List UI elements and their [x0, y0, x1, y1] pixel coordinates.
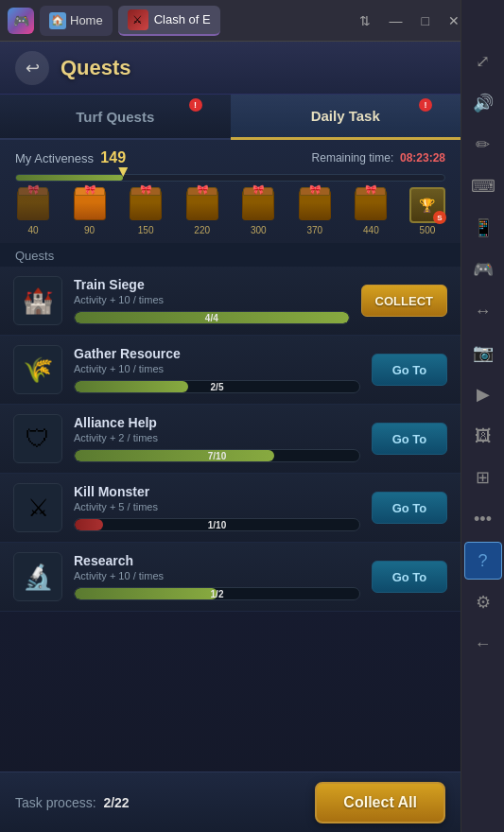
- main-content: ↩ Quests Turf Quests ! Daily Task ! My A…: [0, 42, 461, 832]
- chest-s-badge: S: [433, 211, 446, 224]
- back-button[interactable]: ↩: [15, 51, 49, 85]
- quest-progress-fill-gather-resource: [75, 381, 188, 392]
- reward-item-40[interactable]: 🎀 40: [15, 187, 51, 235]
- remaining-time-value: 08:23:28: [400, 151, 445, 165]
- media-btn[interactable]: 🖼: [464, 417, 502, 455]
- reward-item-500[interactable]: 🏆 S 500: [409, 187, 445, 235]
- tab-daily-task[interactable]: Daily Task !: [231, 95, 461, 140]
- reward-icon-500: 🏆 S: [409, 187, 445, 223]
- remaining-time-container: Remaining time: 08:23:28: [312, 151, 445, 165]
- quest-icon-alliance-help: 🛡: [13, 414, 62, 463]
- more-btn[interactable]: •••: [464, 500, 502, 538]
- reward-label-40: 40: [27, 225, 38, 235]
- app-logo: 🎮: [8, 8, 34, 34]
- page-title: Quests: [61, 56, 131, 80]
- sound-btn[interactable]: 🔊: [464, 84, 502, 122]
- mobile-btn[interactable]: 📱: [464, 209, 502, 247]
- quest-progress-text-research: 1/2: [211, 589, 224, 599]
- home-tab-btn[interactable]: 🏠 Home: [40, 6, 113, 36]
- record-btn[interactable]: ▶: [464, 375, 502, 413]
- reward-icon-300: 🎀: [240, 187, 276, 223]
- activity-progress-container: [15, 174, 445, 182]
- fullscreen-btn[interactable]: ⤢: [464, 43, 502, 80]
- special-chest-icon: 🏆 S: [409, 187, 445, 223]
- quests-header: ↩ Quests: [0, 42, 461, 95]
- right-sidebar: ⤢ 🔊 ✏ ⌨ 📱 🎮 ↔ 📷 ▶ 🖼 ⊞ ••• ? ⚙ ←: [461, 0, 504, 832]
- goto-btn-gather-resource[interactable]: Go To: [372, 354, 447, 386]
- reward-icon-440: 🎀: [353, 187, 389, 223]
- quest-activity-train-siege: Activity + 10 / times: [74, 294, 350, 305]
- tabs-container: Turf Quests ! Daily Task !: [0, 95, 461, 140]
- quest-activity-alliance-help: Activity + 2 / times: [74, 432, 360, 443]
- quest-icon-gather-resource: 🌾: [13, 345, 62, 394]
- taskbar: 🎮 🏠 Home ⚔ Clash of E ⇅ — □ ✕ ≫: [0, 0, 504, 42]
- reward-label-220: 220: [194, 225, 210, 235]
- quest-progress-text-alliance-help: 7/10: [208, 451, 226, 461]
- back-arrow-icon: ↩: [26, 58, 40, 78]
- quest-activity-gather-resource: Activity + 10 / times: [74, 363, 360, 374]
- quest-progress-text-kill-monster: 1/10: [208, 520, 226, 530]
- activity-progress-track: [15, 174, 445, 182]
- quest-item-gather-resource: 🌾 Gather Resource Activity + 10 / times …: [0, 336, 461, 405]
- draw-btn[interactable]: ✏: [464, 126, 502, 164]
- activity-label: My Activeness 149: [15, 149, 126, 166]
- quest-details-alliance-help: Alliance Help Activity + 2 / times 7/10: [74, 415, 360, 462]
- reward-item-150[interactable]: 🎀 150: [128, 187, 164, 235]
- settings-btn[interactable]: ⚙: [464, 583, 502, 621]
- gamepad-btn[interactable]: 🎮: [464, 251, 502, 288]
- bottom-bar: Task process: 2/22 Collect All: [0, 771, 461, 832]
- multiinstance-btn[interactable]: ⊞: [464, 459, 502, 496]
- quest-progress-fill-research: [75, 588, 217, 599]
- quest-progress-bar-gather-resource: 2/5: [74, 380, 360, 393]
- reward-item-300[interactable]: 🎀 300: [240, 187, 276, 235]
- refresh-btn[interactable]: ⇅: [356, 11, 374, 30]
- reward-item-440[interactable]: 🎀 440: [353, 187, 389, 235]
- home-label: Home: [70, 13, 103, 27]
- quest-item-research: 🔬 Research Activity + 10 / times 1/2 Go …: [0, 543, 461, 612]
- quest-details-gather-resource: Gather Resource Activity + 10 / times 2/…: [74, 346, 360, 393]
- quest-progress-text-gather-resource: 2/5: [211, 382, 224, 392]
- turf-quests-badge: !: [189, 98, 202, 112]
- collect-btn-train-siege[interactable]: COLLECT: [361, 285, 447, 317]
- quest-icon-kill-monster: ⚔: [13, 483, 62, 532]
- back-sidebar-btn[interactable]: ←: [464, 625, 502, 663]
- task-process-label: Task process: 2/22: [15, 795, 130, 810]
- game-label: Clash of E: [154, 12, 211, 26]
- keyboard-btn[interactable]: ⌨: [464, 167, 502, 205]
- goto-btn-alliance-help[interactable]: Go To: [372, 423, 447, 455]
- quest-activity-research: Activity + 10 / times: [74, 570, 360, 581]
- reward-icon-40: 🎀: [15, 187, 51, 223]
- help-btn[interactable]: ?: [464, 542, 502, 580]
- game-tab-btn[interactable]: ⚔ Clash of E: [118, 6, 220, 36]
- activity-progress-fill: [16, 175, 123, 181]
- reward-label-90: 90: [84, 225, 95, 235]
- reward-item-220[interactable]: 🎀 220: [184, 187, 220, 235]
- maximize-btn[interactable]: □: [418, 11, 433, 30]
- quest-progress-bar-research: 1/2: [74, 587, 360, 600]
- quest-item-alliance-help: 🛡 Alliance Help Activity + 2 / times 7/1…: [0, 405, 461, 474]
- camera-btn[interactable]: 📷: [464, 334, 502, 372]
- quest-name-train-siege: Train Siege: [74, 277, 350, 292]
- turf-quests-tab-label: Turf Quests: [76, 109, 154, 125]
- reward-item-90[interactable]: 🎀 90: [72, 187, 108, 235]
- quest-name-alliance-help: Alliance Help: [74, 415, 360, 430]
- quest-item-kill-monster: ⚔ Kill Monster Activity + 5 / times 1/10…: [0, 474, 461, 543]
- reward-icon-150: 🎀: [128, 187, 164, 223]
- goto-btn-kill-monster[interactable]: Go To: [372, 492, 447, 524]
- quest-icon-research: 🔬: [13, 552, 62, 601]
- quest-name-kill-monster: Kill Monster: [74, 484, 360, 499]
- quest-details-train-siege: Train Siege Activity + 10 / times 4/4: [74, 277, 350, 324]
- minimize-btn[interactable]: —: [386, 11, 407, 30]
- rotate-btn[interactable]: ↔: [464, 292, 502, 330]
- tab-turf-quests[interactable]: Turf Quests !: [0, 95, 231, 140]
- reward-icon-220: 🎀: [184, 187, 220, 223]
- quest-progress-fill-alliance-help: [75, 450, 274, 461]
- goto-btn-research[interactable]: Go To: [372, 561, 447, 593]
- reward-label-500: 500: [420, 225, 436, 235]
- reward-label-370: 370: [306, 225, 322, 235]
- reward-item-370[interactable]: 🎀 370: [297, 187, 333, 235]
- collect-all-button[interactable]: Collect All: [315, 782, 445, 823]
- quests-list: 🏰 Train Siege Activity + 10 / times 4/4 …: [0, 267, 461, 760]
- quest-details-kill-monster: Kill Monster Activity + 5 / times 1/10: [74, 484, 360, 531]
- task-process-value: 2/22: [103, 795, 129, 810]
